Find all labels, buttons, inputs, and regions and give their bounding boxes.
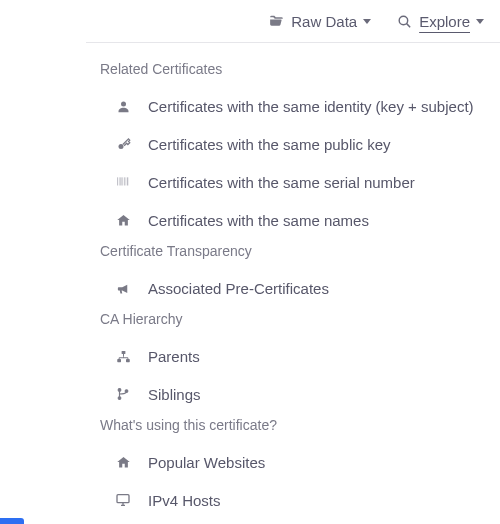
home-icon <box>114 211 132 229</box>
bullhorn-icon <box>114 279 132 297</box>
svg-point-16 <box>125 390 128 393</box>
key-icon <box>114 135 132 153</box>
accent-bar <box>0 518 24 524</box>
caret-down-icon <box>476 19 484 24</box>
svg-rect-10 <box>127 177 128 185</box>
branch-icon <box>114 385 132 403</box>
item-label: Certificates with the same serial number <box>148 174 415 191</box>
topbar: Raw Data Explore <box>0 0 500 42</box>
item-parents[interactable]: Parents <box>100 337 482 375</box>
item-label: Certificates with the same public key <box>148 136 391 153</box>
sitemap-icon <box>114 347 132 365</box>
svg-rect-4 <box>117 177 118 185</box>
item-label: Popular Websites <box>148 454 265 471</box>
home-icon <box>114 453 132 471</box>
explore-label: Explore <box>419 13 470 30</box>
item-same-serial[interactable]: Certificates with the same serial number <box>100 163 482 201</box>
item-ipv4-hosts[interactable]: IPv4 Hosts <box>100 481 482 519</box>
svg-rect-7 <box>122 177 123 185</box>
item-label: Siblings <box>148 386 201 403</box>
svg-rect-6 <box>120 177 121 185</box>
svg-point-14 <box>118 389 121 392</box>
svg-rect-12 <box>117 359 121 362</box>
explore-panel: Related Certificates Certificates with t… <box>0 43 500 519</box>
svg-point-2 <box>121 101 126 106</box>
item-same-names[interactable]: Certificates with the same names <box>100 201 482 239</box>
folder-open-icon <box>267 12 285 30</box>
raw-data-dropdown[interactable]: Raw Data <box>267 12 371 30</box>
item-label: Certificates with the same identity (key… <box>148 98 474 115</box>
explore-dropdown[interactable]: Explore <box>395 12 484 30</box>
svg-line-1 <box>406 23 410 27</box>
svg-rect-17 <box>117 495 129 503</box>
item-label: Associated Pre-Certificates <box>148 280 329 297</box>
svg-rect-5 <box>119 177 120 185</box>
item-same-identity[interactable]: Certificates with the same identity (key… <box>100 87 482 125</box>
svg-point-3 <box>118 143 123 148</box>
item-popular-websites[interactable]: Popular Websites <box>100 443 482 481</box>
search-icon <box>395 12 413 30</box>
item-pre-certificates[interactable]: Associated Pre-Certificates <box>100 269 482 307</box>
item-label: Parents <box>148 348 200 365</box>
svg-point-15 <box>118 397 121 400</box>
svg-rect-11 <box>121 350 125 353</box>
svg-rect-13 <box>126 359 130 362</box>
svg-point-0 <box>399 16 408 25</box>
item-label: IPv4 Hosts <box>148 492 221 509</box>
user-icon <box>114 97 132 115</box>
svg-rect-8 <box>124 177 125 185</box>
monitor-icon <box>114 491 132 509</box>
raw-data-label: Raw Data <box>291 13 357 30</box>
section-whats-using: What's using this certificate? <box>100 417 482 433</box>
svg-rect-9 <box>126 177 127 185</box>
section-related-certificates: Related Certificates <box>100 61 482 77</box>
item-same-public-key[interactable]: Certificates with the same public key <box>100 125 482 163</box>
section-certificate-transparency: Certificate Transparency <box>100 243 482 259</box>
section-ca-hierarchy: CA Hierarchy <box>100 311 482 327</box>
item-label: Certificates with the same names <box>148 212 369 229</box>
item-siblings[interactable]: Siblings <box>100 375 482 413</box>
barcode-icon <box>114 173 132 191</box>
caret-down-icon <box>363 19 371 24</box>
